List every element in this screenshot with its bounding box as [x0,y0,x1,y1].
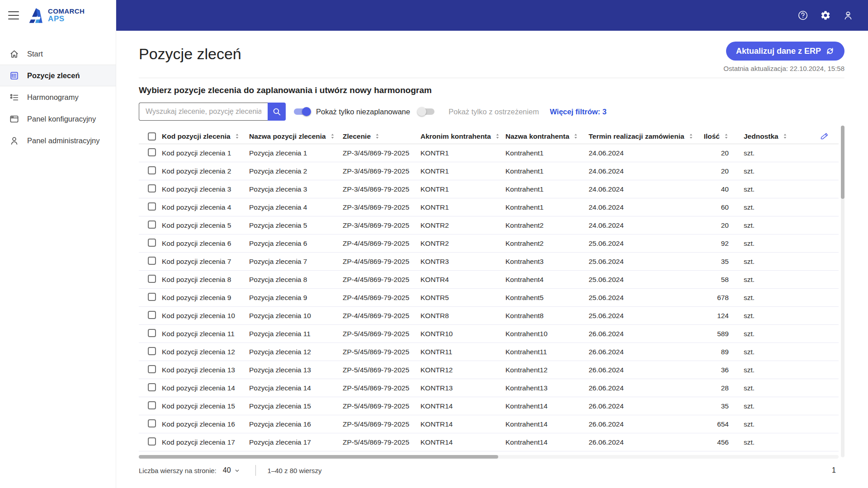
row-checkbox[interactable] [148,293,156,301]
sidebar-item-label: Panel konfiguracyjny [27,115,96,123]
sort-icon[interactable] [689,133,693,139]
cell-akronim: KONTR5 [420,294,505,302]
update-erp-button[interactable]: Aktualizuj dane z ERP [726,42,844,61]
table-row: Kod pozycji zlecenia 13Pozycja zlecenia … [139,361,839,379]
row-checkbox[interactable] [148,401,156,409]
page-number[interactable]: 1 [832,466,839,474]
cell-termin: 26.06.2024 [589,384,701,392]
admin-user-icon [9,136,19,146]
cell-termin: 26.06.2024 [589,402,701,410]
search-input[interactable] [139,103,268,121]
toggle-warning[interactable]: Pokaż tylko z ostrzeżeniem [418,108,539,116]
cell-kontrahent: Kontrahent11 [505,348,589,356]
column-header[interactable]: Kod pozycji zlecenia [162,132,249,141]
column-header[interactable]: Nazwa pozycji zlecenia [249,132,343,141]
edit-columns-pencil-icon[interactable] [820,131,829,141]
cell-kontrahent: Kontrahent14 [505,420,589,428]
more-filters-link[interactable]: Więcej filtrów: 3 [550,108,606,116]
select-all-checkbox[interactable] [148,132,156,141]
vertical-scrollbar [841,126,844,457]
sidebar-header: COMARCH APS [0,0,116,31]
sidebar-item-harmonogramy[interactable]: Harmonogramy [0,86,116,108]
sidebar-item-panel-konfiguracyjny[interactable]: Panel konfiguracyjny [0,108,116,130]
row-checkbox[interactable] [148,148,156,156]
cell-kod: Kod pozycji zlecenia 17 [162,438,249,446]
column-header[interactable]: Zlecenie [343,132,420,141]
sort-icon[interactable] [783,133,788,139]
sort-icon[interactable] [495,133,500,139]
cell-nazwa: Pozycja zlecenia 13 [249,366,343,374]
sidebar-item-panel-administracyjny[interactable]: Panel administracyjny [0,130,116,151]
cell-jednostka: szt. [729,348,810,356]
hamburger-menu-icon[interactable] [8,11,19,19]
update-erp-button-label: Aktualizuj dane z ERP [736,47,821,56]
row-checkbox[interactable] [148,166,156,174]
footer-divider [255,465,256,476]
cell-jednostka: szt. [729,239,810,248]
cell-zlecenie: ZP-3/45/869-79-2025 [343,167,420,175]
cell-kontrahent: Kontrahent13 [505,384,589,392]
sort-icon[interactable] [724,133,729,139]
account-icon[interactable] [843,10,854,21]
cell-ilosc: 35 [701,402,729,410]
horizontal-scrollbar-thumb[interactable] [139,455,498,459]
cell-kontrahent: Kontrahent1 [505,149,589,157]
cell-zlecenie: ZP-4/45/869-79-2025 [343,239,420,248]
table-row: Kod pozycji zlecenia 2Pozycja zlecenia 2… [139,162,839,180]
row-checkbox[interactable] [148,239,156,247]
vertical-scrollbar-thumb[interactable] [841,126,844,199]
sidebar-item-pozycje-zlecen[interactable]: Pozycje zleceń [0,65,116,86]
cell-zlecenie: ZP-5/45/869-79-2025 [343,402,420,410]
logo-product-text: APS [48,15,85,23]
row-checkbox[interactable] [148,365,156,373]
row-checkbox[interactable] [148,202,156,211]
sidebar-item-start[interactable]: Start [0,43,116,65]
cell-jednostka: szt. [729,185,810,193]
cell-kontrahent: Kontrahent8 [505,312,589,320]
cell-jednostka: szt. [729,149,810,157]
cell-zlecenie: ZP-5/45/869-79-2025 [343,384,420,392]
cell-ilosc: 20 [701,149,729,157]
row-checkbox[interactable] [148,184,156,192]
row-checkbox[interactable] [148,329,156,337]
help-icon[interactable] [797,10,808,21]
search-button[interactable] [268,103,286,121]
row-checkbox[interactable] [148,437,156,446]
table-row: Kod pozycji zlecenia 9Pozycja zlecenia 9… [139,289,839,307]
column-header[interactable]: Jednostka [729,132,810,141]
table-footer: Liczba wierszy na stronie: 40 1–40 z 80 … [139,465,839,476]
row-checkbox[interactable] [148,419,156,427]
main-content: Pozycje zleceń Aktualizuj dane z ERP Ost… [116,31,868,488]
cell-kontrahent: Kontrahent1 [505,167,589,175]
toggle-unplanned-switch[interactable] [294,108,310,115]
sort-icon[interactable] [330,133,335,139]
row-checkbox[interactable] [148,221,156,229]
table-row: Kod pozycji zlecenia 1Pozycja zlecenia 1… [139,144,839,162]
cell-ilosc: 92 [701,239,729,248]
column-header[interactable]: Ilość [701,132,729,141]
cell-ilosc: 654 [701,420,729,428]
row-checkbox[interactable] [148,347,156,355]
cell-kod: Kod pozycji zlecenia 4 [162,203,249,211]
row-checkbox[interactable] [148,257,156,265]
cell-termin: 24.06.2024 [589,167,701,175]
row-checkbox[interactable] [148,383,156,391]
sort-icon[interactable] [235,133,240,139]
gear-icon[interactable] [820,10,831,21]
cell-akronim: KONTR11 [420,348,505,356]
table-row: Kod pozycji zlecenia 12Pozycja zlecenia … [139,343,839,361]
cell-termin: 24.06.2024 [589,149,701,157]
cell-jednostka: szt. [729,221,810,230]
column-header[interactable]: Akronim kontrahenta [420,132,505,141]
column-header[interactable]: Nazwa kontrahenta [505,132,589,141]
column-header[interactable]: Termin realizacji zamówienia [589,132,701,141]
row-checkbox[interactable] [148,275,156,283]
toggle-warning-switch[interactable] [418,108,434,115]
cell-zlecenie: ZP-4/45/869-79-2025 [343,258,420,266]
rows-per-page-select[interactable]: 40 [223,466,240,474]
row-checkbox[interactable] [148,311,156,319]
sort-icon[interactable] [375,133,380,139]
toggle-unplanned[interactable]: Pokaż tylko niezaplanowane [294,108,410,116]
cell-ilosc: 20 [701,221,729,230]
sort-icon[interactable] [573,133,578,139]
